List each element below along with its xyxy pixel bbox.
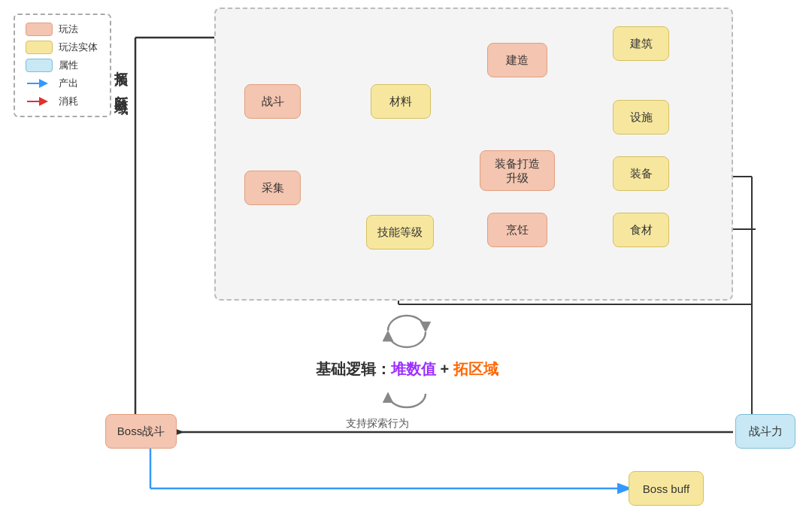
legend-produce: 产出 [26, 77, 99, 90]
support-text: 支持探索行为 [346, 417, 409, 431]
legend-consume-label: 消耗 [59, 95, 78, 108]
legend-red-arrow [26, 95, 53, 108]
node-jineng: 技能等级 [366, 215, 434, 249]
node-boss-buff: Boss buff [629, 471, 704, 506]
legend-box: 玩法 玩法实体 属性 产出 消耗 [14, 14, 111, 117]
legend-yellow-box [26, 41, 53, 54]
basic-logic-text: 基础逻辑：堆数值 + 拓区域 [316, 359, 498, 379]
legend-shuxing-label: 属性 [59, 59, 78, 72]
legend-wanfa-label: 玩法 [59, 23, 78, 36]
node-jianzao: 建造 [487, 43, 547, 77]
tuozhan-label: 拓展 新区域 [111, 60, 130, 93]
node-jianzhu: 建筑 [613, 26, 669, 61]
node-zhandouli: 战斗力 [735, 414, 795, 449]
node-caiji: 采集 [244, 171, 301, 205]
diagram-container: 玩法 玩法实体 属性 产出 消耗 战斗 采集 [0, 0, 812, 523]
node-zhandou: 战斗 [244, 84, 301, 119]
node-cailiao: 材料 [371, 84, 431, 119]
node-shicai: 食材 [613, 213, 669, 247]
legend-consume: 消耗 [26, 95, 99, 108]
legend-wanfa: 玩法 [26, 23, 99, 36]
node-sheshi: 设施 [613, 100, 669, 135]
legend-pink-box [26, 23, 53, 36]
node-boss-zhandou: Boss战斗 [105, 414, 177, 449]
legend-wanfa-shiti-label: 玩法实体 [59, 41, 98, 54]
node-zhuangbei-dazao: 装备打造 升级 [480, 150, 555, 191]
cycle-icon [316, 312, 498, 356]
legend-wanfa-shiti: 玩法实体 [26, 41, 99, 54]
legend-blue-arrow [26, 77, 53, 90]
basic-logic-section: 基础逻辑：堆数值 + 拓区域 [316, 312, 498, 419]
legend-blue-box [26, 59, 53, 72]
legend-produce-label: 产出 [59, 77, 78, 90]
node-pengren: 烹饪 [487, 213, 547, 247]
node-zhuangbei: 装备 [613, 156, 669, 191]
legend-shuxing: 属性 [26, 59, 99, 72]
cycle-icon-bottom [316, 382, 498, 419]
